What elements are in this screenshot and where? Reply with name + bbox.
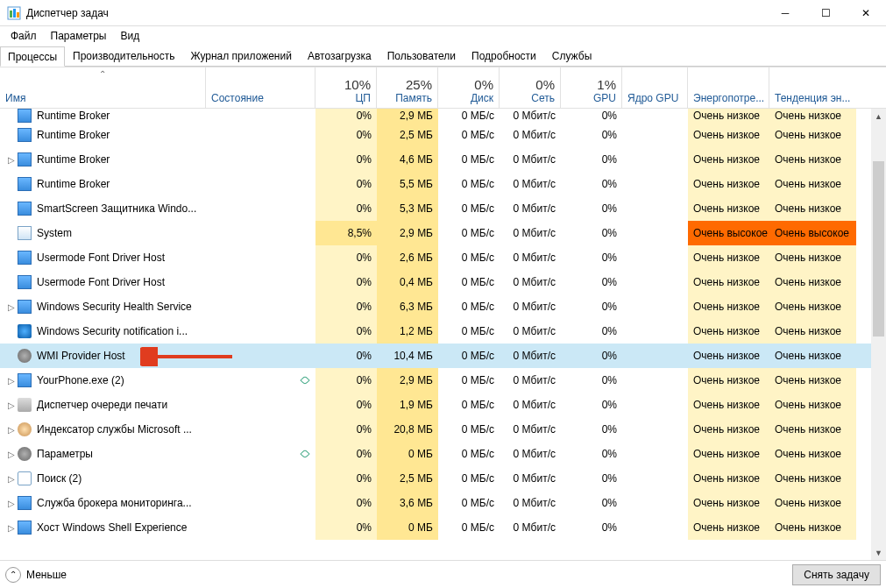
scroll-up-icon[interactable]: ▲: [871, 109, 886, 124]
process-row[interactable]: ▷YourPhone.exe (2)0%2,9 МБ0 МБ/с0 Мбит/с…: [0, 368, 886, 393]
cell-cpu: 0%: [315, 196, 377, 221]
svg-rect-3: [17, 12, 19, 18]
cell-memory: 0 МБ: [377, 515, 438, 540]
cell-name: Usermode Font Driver Host: [0, 245, 206, 270]
scroll-down-icon[interactable]: ▼: [871, 545, 886, 560]
title-bar: Диспетчер задач ─ ☐ ✕: [0, 0, 886, 26]
process-row[interactable]: SmartScreen Защитника Windo...0%5,3 МБ0 …: [0, 196, 886, 221]
app-icon: [18, 177, 32, 191]
tab-details[interactable]: Подробности: [464, 46, 544, 66]
cell-disk: 0 МБ/с: [438, 393, 500, 417]
process-row[interactable]: ▷Поиск (2)0%2,5 МБ0 МБ/с0 Мбит/с0%Очень …: [0, 466, 886, 491]
expand-icon[interactable]: ▷: [5, 425, 18, 435]
process-row[interactable]: WMI Provider Host0%10,4 МБ0 МБ/с0 Мбит/с…: [0, 344, 886, 368]
cell-gpu: 0%: [561, 417, 622, 442]
cell-gpu: 0%: [561, 123, 622, 147]
cell-trend: Очень низкое: [769, 147, 856, 172]
cell-trend: Очень низкое: [769, 515, 856, 540]
tab-startup[interactable]: Автозагрузка: [300, 46, 379, 66]
cell-network: 0 Мбит/с: [500, 109, 561, 123]
process-row[interactable]: ▷Служба брокера мониторинга...0%3,6 МБ0 …: [0, 491, 886, 515]
header-state[interactable]: Состояние: [206, 67, 315, 108]
cell-network: 0 Мбит/с: [500, 417, 561, 442]
expand-icon[interactable]: ▷: [5, 155, 18, 165]
process-row[interactable]: System8,5%2,9 МБ0 МБ/с0 Мбит/с0%Очень вы…: [0, 221, 886, 245]
expand-icon[interactable]: ▷: [5, 474, 18, 484]
cell-trend: Очень низкое: [769, 294, 856, 319]
expand-icon[interactable]: ▷: [5, 499, 18, 508]
end-task-button[interactable]: Снять задачу: [792, 564, 881, 585]
tab-apphistory[interactable]: Журнал приложений: [183, 46, 300, 66]
cell-network: 0 Мбит/с: [500, 344, 561, 368]
tab-processes[interactable]: Процессы: [0, 46, 65, 67]
maximize-button[interactable]: ☐: [805, 0, 846, 26]
header-network[interactable]: 0%Сеть: [500, 67, 561, 108]
cell-gpucore: [622, 344, 688, 368]
cell-trend: Очень низкое: [769, 491, 856, 515]
shield-icon: [18, 324, 32, 338]
process-row[interactable]: ▷Runtime Broker0%4,6 МБ0 МБ/с0 Мбит/с0%О…: [0, 147, 886, 172]
process-row[interactable]: ▷Параметры0%0 МБ0 МБ/с0 Мбит/с0%Очень ни…: [0, 442, 886, 466]
close-button[interactable]: ✕: [846, 0, 886, 26]
cell-memory: 4,6 МБ: [377, 147, 438, 172]
header-gpucore[interactable]: Ядро GPU: [622, 67, 688, 108]
cell-power: Очень низкое: [688, 172, 769, 196]
cell-name: Windows Security notification i...: [0, 319, 206, 344]
process-row[interactable]: Runtime Broker0%2,5 МБ0 МБ/с0 Мбит/с0%Оч…: [0, 123, 886, 147]
cell-memory: 2,5 МБ: [377, 123, 438, 147]
cell-trend: Очень низкое: [769, 123, 856, 147]
cell-gpucore: [622, 491, 688, 515]
cell-network: 0 Мбит/с: [500, 466, 561, 491]
process-row[interactable]: Runtime Broker0%5,5 МБ0 МБ/с0 Мбит/с0%Оч…: [0, 172, 886, 196]
expand-icon[interactable]: ▷: [5, 450, 18, 459]
header-disk[interactable]: 0%Диск: [438, 67, 500, 108]
process-row[interactable]: ▷Диспетчер очереди печати0%1,9 МБ0 МБ/с0…: [0, 393, 886, 417]
process-name: Параметры: [37, 448, 93, 460]
cell-trend: Очень низкое: [769, 417, 856, 442]
process-row[interactable]: ▷Windows Security Health Service0%6,3 МБ…: [0, 294, 886, 319]
header-trend[interactable]: Тенденция эн...: [769, 67, 856, 108]
menu-view[interactable]: Вид: [113, 27, 146, 45]
menu-options[interactable]: Параметры: [44, 27, 114, 45]
expand-icon[interactable]: ▷: [5, 302, 18, 312]
cell-power: Очень низкое: [688, 245, 769, 270]
process-row[interactable]: Windows Security notification i...0%1,2 …: [0, 319, 886, 344]
vertical-scrollbar[interactable]: ▲▼: [871, 109, 886, 560]
expand-icon[interactable]: ▷: [5, 400, 18, 410]
process-row[interactable]: ▷Хост Windows Shell Experience0%0 МБ0 МБ…: [0, 515, 886, 540]
cell-name: WMI Provider Host: [0, 344, 206, 368]
cell-state: [206, 245, 315, 270]
expand-icon[interactable]: ▷: [5, 523, 18, 533]
fewer-details-button[interactable]: ⌃ Меньше: [5, 567, 67, 583]
header-name[interactable]: ⌃ Имя: [0, 67, 206, 108]
header-cpu[interactable]: 10%ЦП: [315, 67, 377, 108]
header-memory[interactable]: 25%Память: [377, 67, 438, 108]
tab-users[interactable]: Пользователи: [379, 46, 464, 66]
cell-trend: Очень низкое: [769, 319, 856, 344]
tab-performance[interactable]: Производительность: [65, 46, 182, 66]
header-power[interactable]: Энергопотре...: [688, 67, 769, 108]
minimize-button[interactable]: ─: [765, 0, 805, 26]
process-row[interactable]: Usermode Font Driver Host0%2,6 МБ0 МБ/с0…: [0, 245, 886, 270]
scroll-thumb[interactable]: [873, 161, 884, 337]
cell-trend: Очень низкое: [769, 196, 856, 221]
cell-gpu: 0%: [561, 491, 622, 515]
window-title: Диспетчер задач: [26, 7, 109, 19]
cell-state: [206, 466, 315, 491]
cell-trend: Очень низкое: [769, 109, 856, 123]
app-icon: [18, 300, 32, 314]
expand-icon[interactable]: ▷: [5, 376, 18, 386]
tab-services[interactable]: Службы: [544, 46, 599, 66]
cell-cpu: 0%: [315, 319, 377, 344]
cell-memory: 5,5 МБ: [377, 172, 438, 196]
cell-memory: 0,4 МБ: [377, 270, 438, 294]
process-row[interactable]: Runtime Broker0%2,9 МБ0 МБ/с0 Мбит/с0%Оч…: [0, 109, 886, 123]
cell-state: [206, 393, 315, 417]
process-row[interactable]: Usermode Font Driver Host0%0,4 МБ0 МБ/с0…: [0, 270, 886, 294]
menu-file[interactable]: Файл: [4, 27, 44, 45]
cell-disk: 0 МБ/с: [438, 270, 500, 294]
header-gpu[interactable]: 1%GPU: [561, 67, 622, 108]
process-row[interactable]: ▷Индексатор службы Microsoft ...0%20,8 М…: [0, 417, 886, 442]
footer-bar: ⌃ Меньше Снять задачу: [0, 560, 886, 588]
cell-memory: 3,6 МБ: [377, 491, 438, 515]
